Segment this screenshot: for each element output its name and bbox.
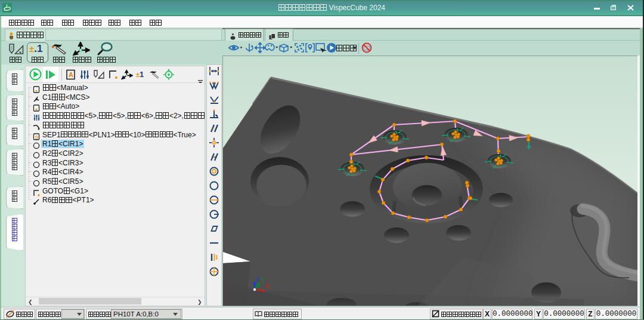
svg-text:Z: Z xyxy=(256,276,259,282)
svg-text:X: X xyxy=(265,283,269,289)
svg-text:Y: Y xyxy=(261,277,265,283)
svg-text:S: S xyxy=(35,134,38,140)
svg-text:A: A xyxy=(69,71,73,78)
